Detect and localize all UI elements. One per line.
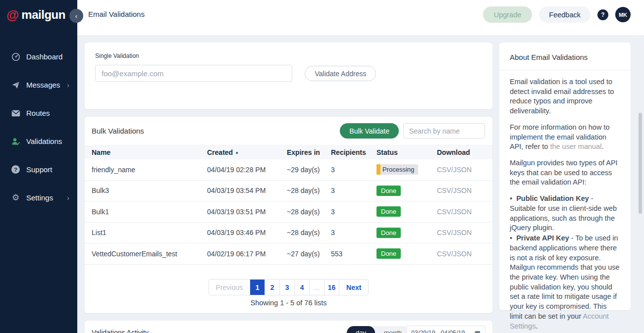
sidebar-item-messages[interactable]: Messages › [0, 71, 77, 99]
expires-in: ~28 day(s) [287, 187, 331, 194]
sidebar-item-dashboard[interactable]: Dashboard [0, 43, 77, 71]
feedback-button[interactable]: Feedback [539, 6, 590, 23]
sidebar-item-label: Validations [26, 137, 62, 145]
user-check-icon [11, 137, 20, 146]
bulk-validations-header: Bulk Validations Bulk Validate [85, 117, 492, 145]
page-scrollbar[interactable] [639, 113, 642, 214]
created-date: 04/03/19 03:51 PM [207, 208, 287, 216]
column-header-expires[interactable]: Expires in [287, 148, 331, 156]
single-validation-title: Single Validation [85, 43, 492, 59]
pagination-page-16[interactable]: 16 [324, 280, 339, 295]
sidebar-item-support[interactable]: ? Support [0, 155, 77, 184]
column-header-recipients[interactable]: Recipients [331, 148, 376, 156]
sidebar-item-label: Support [26, 165, 53, 174]
status-badge: Done [376, 206, 401, 217]
sidebar-item-label: Settings [26, 193, 53, 202]
mailgun-logo[interactable]: @ mailgun [0, 0, 77, 22]
sidebar-item-label: Messages [26, 81, 60, 89]
mailgun-at-icon: @ [6, 8, 19, 21]
toggle-month[interactable]: month [375, 326, 411, 333]
about-paragraph-2: For more information on how to implement… [510, 123, 621, 152]
table-row: List1 04/03/19 03:46 PM ~28 day(s) 3 Don… [85, 223, 492, 244]
pagination-ellipsis: ... [310, 280, 324, 295]
pagination-next[interactable]: Next [339, 280, 368, 295]
sort-descending-icon[interactable]: ▼ [235, 151, 239, 155]
search-input[interactable] [403, 123, 485, 139]
user-manual-link[interactable]: the user manual [550, 143, 601, 150]
about-panel: About Email Validations Email validation… [499, 43, 631, 310]
recipients-count: 3 [331, 229, 376, 237]
sidebar: @ mailgun Dashboard Messages › Routes [0, 0, 77, 333]
list-name: Bulk1 [92, 208, 207, 216]
expires-in: ~27 day(s) [287, 250, 331, 258]
validations-activity-card: Validations Activity day month 03/29/19 … [85, 321, 492, 333]
day-month-toggle: day month [347, 326, 411, 333]
sidebar-collapse-button[interactable]: ‹ [69, 9, 83, 23]
download-link[interactable]: CSV/JSON [437, 250, 485, 258]
dashboard-gauge-icon [11, 52, 20, 61]
created-date: 04/03/19 03:46 PM [207, 229, 287, 237]
date-range-picker[interactable]: 03/29/19 - 04/05/19 ▦ [406, 326, 485, 333]
bulk-validations-card: Bulk Validations Bulk Validate Name Crea… [85, 117, 492, 313]
recipients-count: 3 [331, 166, 376, 174]
pagination-page-4[interactable]: 4 [295, 280, 310, 295]
created-date: 04/04/19 02:28 PM [207, 166, 287, 174]
download-link[interactable]: CSV/JSON [437, 208, 485, 216]
column-header-status[interactable]: Status [376, 148, 437, 156]
calendar-icon: ▦ [475, 330, 481, 333]
chevron-right-icon: › [67, 193, 69, 202]
table-row: Bulk1 04/03/19 03:51 PM ~28 day(s) 3 Don… [85, 201, 492, 223]
about-panel-body: Email validation is a tool used to detec… [499, 70, 631, 331]
status-badge: Done [376, 228, 401, 238]
topbar-actions: Upgrade Feedback ? MK [483, 6, 631, 23]
chevron-right-icon: › [67, 81, 69, 89]
sidebar-item-settings[interactable]: ⚙ Settings › [0, 184, 77, 212]
expires-in: ~29 day(s) [287, 166, 331, 174]
user-avatar[interactable]: MK [615, 7, 631, 22]
paper-plane-icon [11, 80, 20, 90]
validate-address-button[interactable]: Validate Address [305, 66, 376, 81]
created-date: 04/02/19 06:17 PM [207, 250, 287, 258]
status-badge: Done [376, 186, 401, 196]
sidebar-item-routes[interactable]: Routes [0, 99, 77, 127]
question-circle-icon: ? [11, 165, 20, 174]
list-name: Bulk3 [92, 187, 207, 194]
download-link[interactable]: CSV/JSON [437, 229, 485, 237]
recipients-count: 3 [331, 187, 376, 194]
pagination-previous[interactable]: Previous [209, 280, 250, 295]
download-link[interactable]: CSV/JSON [437, 166, 485, 174]
pagination-page-2[interactable]: 2 [265, 280, 280, 295]
pagination-summary: Showing 1 - 5 of 76 lists [85, 299, 492, 307]
pagination: Previous 1 2 3 4 ... 16 Next [85, 279, 492, 295]
created-date: 04/03/19 03:54 PM [207, 187, 287, 194]
pagination-page-1[interactable]: 1 [250, 280, 265, 295]
status-badge: Done [376, 248, 401, 259]
download-link[interactable]: CSV/JSON [437, 187, 485, 194]
recipients-count: 553 [331, 250, 376, 258]
single-validation-input[interactable] [95, 65, 292, 82]
mailgun-logo-text: mailgun [21, 8, 65, 22]
table-row: VettedCustomerEmails_test 04/02/19 06:17… [85, 243, 492, 265]
column-header-created[interactable]: Created▼ [207, 148, 287, 156]
table-row: friendly_name 04/04/19 02:28 PM ~29 day(… [85, 159, 492, 181]
bulk-validations-title: Bulk Validations [92, 127, 144, 135]
single-validation-card: Single Validation Validate Address [85, 43, 492, 109]
list-name: VettedCustomerEmails_test [92, 250, 207, 258]
upgrade-button[interactable]: Upgrade [483, 6, 533, 23]
about-bullet-public-key: • Public Validation Key - Suitable for u… [510, 194, 621, 233]
pagination-page-3[interactable]: 3 [280, 280, 295, 295]
column-header-name[interactable]: Name [92, 148, 207, 156]
expires-in: ~28 day(s) [287, 208, 331, 216]
column-header-download[interactable]: Download [437, 148, 485, 156]
table-header: Name Created▼ Expires in Recipients Stat… [85, 145, 492, 159]
status-badge: Processing [376, 164, 418, 175]
gear-icon: ⚙ [11, 193, 20, 202]
sidebar-item-validations[interactable]: Validations [0, 127, 77, 155]
about-paragraph-3: Mailgun provides two types of API keys t… [510, 158, 621, 188]
about-paragraph-1: Email validation is a tool used to detec… [510, 77, 621, 116]
toggle-day[interactable]: day [347, 326, 375, 333]
validations-activity-title: Validations Activity [92, 329, 149, 333]
about-panel-title: About Email Validations [499, 43, 631, 70]
bulk-validate-button[interactable]: Bulk Validate [340, 123, 399, 139]
help-icon[interactable]: ? [597, 9, 608, 20]
